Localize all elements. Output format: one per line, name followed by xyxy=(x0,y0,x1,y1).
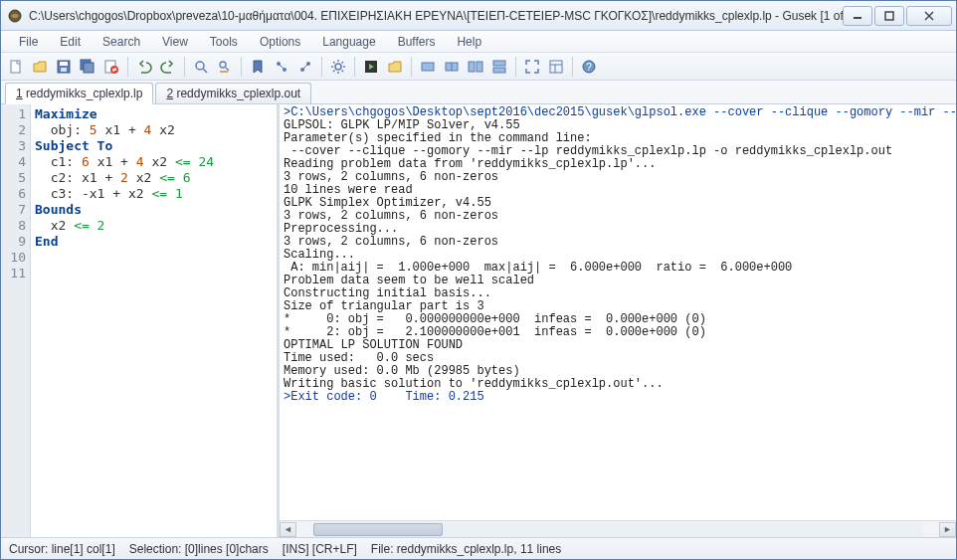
separator xyxy=(354,57,355,77)
tab-bar: 1 reddymikks_cplexlp.lp 2 reddymikks_cpl… xyxy=(1,81,956,104)
menu-search[interactable]: Search xyxy=(93,33,150,51)
status-cursor: Cursor: line[1] col[1] xyxy=(9,542,115,556)
app-window: C:\Users\chgogos\Dropbox\preveza\10-μαθή… xyxy=(0,0,957,560)
line-number: 3 xyxy=(1,138,26,154)
title-bar[interactable]: C:\Users\chgogos\Dropbox\preveza\10-μαθή… xyxy=(1,1,956,31)
menu-edit[interactable]: Edit xyxy=(50,33,91,51)
save-icon[interactable] xyxy=(53,56,75,78)
svg-rect-2 xyxy=(885,12,893,20)
status-file: File: reddymikks_cplexlp.lp, 11 lines xyxy=(371,542,561,556)
open-file-icon[interactable] xyxy=(29,56,51,78)
scroll-thumb[interactable] xyxy=(313,523,443,536)
separator xyxy=(411,57,412,77)
fullscreen-icon[interactable] xyxy=(521,56,543,78)
window-controls xyxy=(843,6,952,26)
svg-line-28 xyxy=(342,70,344,72)
line-number: 2 xyxy=(1,122,26,138)
box-stack-icon[interactable] xyxy=(488,56,510,78)
close-button[interactable] xyxy=(906,6,952,26)
line-number: 4 xyxy=(1,154,26,170)
menu-buffers[interactable]: Buffers xyxy=(388,33,446,51)
status-selection: Selection: [0]lines [0]chars xyxy=(129,542,269,556)
separator xyxy=(127,57,128,77)
line-number: 6 xyxy=(1,186,26,202)
tab-out-file[interactable]: 2 reddymikks_cplexlp.out xyxy=(155,83,311,103)
toolbar: ? xyxy=(1,53,956,81)
menu-bar: File Edit Search View Tools Options Lang… xyxy=(1,31,956,53)
redo-icon[interactable] xyxy=(157,56,179,78)
box-dual-icon[interactable] xyxy=(465,56,486,78)
tab-label: reddymikks_cplexlp.out xyxy=(176,87,300,100)
run-icon[interactable] xyxy=(360,56,382,78)
menu-options[interactable]: Options xyxy=(250,33,310,51)
output-pane: >C:\Users\chgogos\Desktop\sept2016\dec20… xyxy=(280,104,956,537)
scroll-track[interactable] xyxy=(313,522,922,537)
svg-rect-35 xyxy=(469,62,475,72)
line-number: 10 xyxy=(1,250,26,266)
next-bookmark-icon[interactable] xyxy=(271,56,292,78)
svg-line-29 xyxy=(333,70,335,72)
output-console[interactable]: >C:\Users\chgogos\Desktop\sept2016\dec20… xyxy=(280,104,956,520)
find-replace-icon[interactable] xyxy=(214,56,236,78)
scroll-left-icon[interactable]: ◄ xyxy=(280,522,296,537)
svg-rect-10 xyxy=(84,63,94,73)
status-mode: [INS] [CR+LF] xyxy=(283,542,357,556)
line-number: 5 xyxy=(1,170,26,186)
separator xyxy=(184,57,185,77)
save-all-icon[interactable] xyxy=(77,56,98,78)
menu-help[interactable]: Help xyxy=(447,33,491,51)
line-number: 9 xyxy=(1,234,26,250)
settings-icon[interactable] xyxy=(327,56,349,78)
maximize-button[interactable] xyxy=(874,6,904,26)
svg-rect-39 xyxy=(550,61,562,73)
close-file-icon[interactable] xyxy=(100,56,122,78)
line-number: 8 xyxy=(1,218,26,234)
minimize-button[interactable] xyxy=(843,6,872,26)
tab-lp-file[interactable]: 1 reddymikks_cplexlp.lp xyxy=(5,83,153,104)
svg-line-27 xyxy=(333,62,335,64)
svg-line-16 xyxy=(203,69,207,73)
menu-language[interactable]: Language xyxy=(312,33,385,51)
separator xyxy=(241,57,242,77)
svg-point-22 xyxy=(335,64,341,70)
status-bar: Cursor: line[1] col[1] Selection: [0]lin… xyxy=(1,537,956,559)
tab-hotkey: 1 xyxy=(16,87,23,100)
code-editor[interactable]: Maximize obj: 5 x1 + 4 x2 Subject To c1:… xyxy=(31,104,277,537)
svg-rect-32 xyxy=(422,63,434,71)
line-number: 1 xyxy=(1,106,26,122)
line-number: 7 xyxy=(1,202,26,218)
horizontal-scrollbar[interactable]: ◄ ► xyxy=(280,520,956,537)
svg-point-15 xyxy=(196,62,204,70)
tab-label: reddymikks_cplexlp.lp xyxy=(26,87,142,100)
editor-pane: 1 2 3 4 5 6 7 8 9 10 11 Maximize obj: 5 … xyxy=(1,104,280,537)
separator xyxy=(321,57,322,77)
open-folder-icon[interactable] xyxy=(384,56,406,78)
line-gutter: 1 2 3 4 5 6 7 8 9 10 11 xyxy=(1,104,31,537)
scroll-right-icon[interactable]: ► xyxy=(939,522,956,537)
menu-view[interactable]: View xyxy=(152,33,198,51)
svg-rect-8 xyxy=(61,68,67,72)
svg-point-17 xyxy=(220,62,226,68)
new-file-icon[interactable] xyxy=(5,56,27,78)
svg-rect-5 xyxy=(11,61,20,73)
clear-bookmarks-icon[interactable] xyxy=(294,56,316,78)
menu-file[interactable]: File xyxy=(9,33,48,51)
svg-line-30 xyxy=(342,62,344,64)
help-icon[interactable]: ? xyxy=(578,56,600,78)
separator xyxy=(515,57,516,77)
app-icon xyxy=(7,8,23,24)
line-number: 11 xyxy=(1,266,26,281)
split-view: 1 2 3 4 5 6 7 8 9 10 11 Maximize obj: 5 … xyxy=(1,104,956,537)
svg-rect-36 xyxy=(477,62,482,72)
svg-rect-7 xyxy=(60,62,68,66)
separator xyxy=(572,57,573,77)
box-split-icon[interactable] xyxy=(441,56,463,78)
layout-icon[interactable] xyxy=(545,56,567,78)
undo-icon[interactable] xyxy=(133,56,155,78)
menu-tools[interactable]: Tools xyxy=(200,33,248,51)
tab-hotkey: 2 xyxy=(166,87,173,100)
find-icon[interactable] xyxy=(190,56,212,78)
window-title: C:\Users\chgogos\Dropbox\preveza\10-μαθή… xyxy=(29,9,843,23)
toggle-bookmark-icon[interactable] xyxy=(247,56,269,78)
box-blue-icon[interactable] xyxy=(417,56,439,78)
